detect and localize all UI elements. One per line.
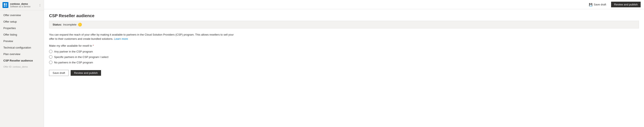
main-content: 💾 Save draft Review and publish CSP Rese…	[44, 0, 644, 127]
sidebar-nav: Offer overview Offer setup Properties Of…	[0, 10, 44, 127]
description-text: You can expand the reach of your offer b…	[49, 33, 238, 41]
status-bar: Status: Incomplete 🟡	[49, 21, 639, 28]
svg-rect-0	[4, 3, 5, 5]
save-draft-toolbar-label: Save draft	[594, 3, 606, 6]
svg-rect-3	[6, 5, 7, 7]
page-content: CSP Reseller audience Status: Incomplete…	[44, 9, 644, 127]
svg-rect-1	[6, 3, 7, 5]
sidebar-item-preview[interactable]: Preview	[0, 38, 44, 44]
radio-no-partners[interactable]: No partners in the CSP program	[49, 61, 639, 64]
save-draft-button[interactable]: Save draft	[49, 70, 68, 76]
radio-any-partner[interactable]: Any partner in the CSP program	[49, 50, 639, 53]
save-icon: 💾	[589, 3, 592, 6]
sidebar-item-csp-reseller-audience[interactable]: CSP Reseller audience	[0, 57, 44, 64]
app-logo	[2, 2, 8, 8]
radio-label-specific-partners: Specific partners in the CSP program I s…	[54, 55, 108, 59]
status-incomplete-icon: 🟡	[78, 23, 82, 26]
review-publish-button[interactable]: Review and publish	[71, 70, 101, 76]
collapse-sidebar-icon[interactable]: ⋮	[38, 3, 41, 7]
sidebar: contoso_demo Software as a Service ⋮ Off…	[0, 0, 44, 127]
status-value: Incomplete	[63, 23, 76, 26]
svg-rect-2	[4, 5, 5, 7]
review-publish-toolbar-label: Review and publish	[614, 3, 638, 6]
toolbar: 💾 Save draft Review and publish	[44, 0, 644, 9]
csp-partner-radio-group: Any partner in the CSP program Specific …	[49, 50, 639, 64]
resell-field-label: Make my offer available for resell to *	[49, 44, 639, 47]
sidebar-offer-id: Offer ID: contoso_demo	[0, 64, 44, 70]
sidebar-item-plan-overview[interactable]: Plan overview	[0, 51, 44, 57]
radio-specific-partners[interactable]: Specific partners in the CSP program I s…	[49, 55, 639, 59]
sidebar-header: contoso_demo Software as a Service ⋮	[0, 0, 44, 10]
page-title: CSP Reseller audience	[49, 13, 639, 18]
learn-more-link[interactable]: Learn more	[114, 37, 128, 40]
radio-input-specific-partners[interactable]	[49, 55, 52, 59]
sidebar-item-technical-configuration[interactable]: Technical configuration	[0, 44, 44, 51]
sidebar-item-properties[interactable]: Properties	[0, 25, 44, 31]
radio-label-no-partners: No partners in the CSP program	[54, 61, 93, 64]
company-subtitle: Software as a Service	[10, 5, 30, 8]
sidebar-item-offer-listing[interactable]: Offer listing	[0, 31, 44, 38]
sidebar-item-offer-setup[interactable]: Offer setup	[0, 18, 44, 25]
status-label: Status:	[52, 23, 62, 26]
radio-input-any-partner[interactable]	[49, 50, 52, 53]
sidebar-item-offer-overview[interactable]: Offer overview	[0, 12, 44, 18]
radio-input-no-partners[interactable]	[49, 61, 52, 64]
review-publish-toolbar-button[interactable]: Review and publish	[611, 2, 641, 7]
required-indicator: *	[93, 44, 94, 47]
sidebar-company-info: contoso_demo Software as a Service	[10, 2, 30, 8]
company-name: contoso_demo	[10, 2, 30, 5]
save-draft-toolbar-button[interactable]: 💾 Save draft	[587, 2, 608, 7]
bottom-actions: Save draft Review and publish	[49, 70, 639, 76]
radio-label-any-partner: Any partner in the CSP program	[54, 50, 93, 53]
